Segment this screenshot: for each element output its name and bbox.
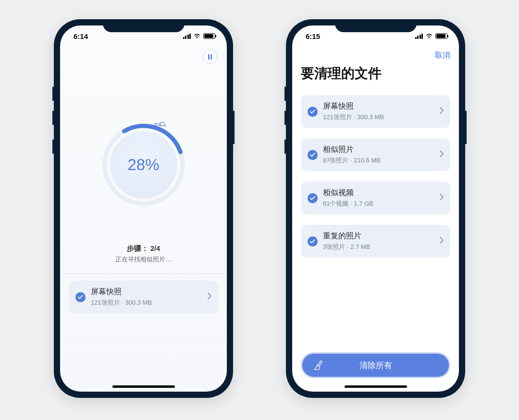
row-title: 相似照片 bbox=[323, 145, 434, 155]
row-subtitle: 3张照片 · 2.7 MB bbox=[323, 243, 434, 251]
screen-results: 6:15 取消 要清理的文件 屏幕快照 121张照片 · 300.3 bbox=[292, 25, 459, 392]
battery-icon bbox=[203, 33, 215, 39]
cellular-icon bbox=[415, 34, 423, 39]
status-icons bbox=[183, 32, 216, 40]
chevron-right-icon bbox=[440, 150, 444, 159]
wifi-icon bbox=[425, 32, 433, 40]
svg-rect-0 bbox=[208, 54, 210, 60]
home-indicator bbox=[345, 385, 407, 388]
broom-icon bbox=[155, 120, 165, 130]
steps-label: 步骤： 2/4 bbox=[127, 244, 160, 253]
chevron-right-icon bbox=[440, 194, 444, 202]
primary-button-label: 清除所有 bbox=[359, 360, 392, 371]
row-subtitle: 121张照片 · 300.3 MB bbox=[91, 298, 202, 307]
cleanup-list: 屏幕快照 121张照片 · 300.3 MB 相似照片 87张照片 · 210.… bbox=[301, 95, 450, 262]
cellular-icon bbox=[183, 34, 191, 39]
scan-progress: 28% 步骤： 2/4 正在寻找相似照片… bbox=[69, 122, 218, 264]
row-subtitle: 121张照片 · 300.3 MB bbox=[323, 113, 434, 122]
checkmark-icon bbox=[308, 193, 318, 203]
checkmark-icon bbox=[75, 292, 86, 302]
checkmark-icon bbox=[308, 107, 318, 117]
row-title: 屏幕快照 bbox=[91, 287, 202, 297]
svg-rect-1 bbox=[210, 54, 212, 60]
status-time: 6:14 bbox=[74, 32, 88, 40]
clear-all-button[interactable]: 清除所有 bbox=[301, 352, 450, 378]
chevron-right-icon bbox=[440, 237, 444, 246]
row-title: 屏幕快照 bbox=[323, 101, 434, 111]
chevron-right-icon bbox=[440, 107, 444, 116]
list-item-similar-photos[interactable]: 相似照片 87张照片 · 210.6 MB bbox=[301, 138, 450, 171]
notch bbox=[103, 19, 185, 32]
chevron-right-icon bbox=[208, 293, 211, 301]
result-row-screenshots[interactable]: 屏幕快照 121张照片 · 300.3 MB bbox=[69, 281, 218, 313]
list-item-duplicate-photos[interactable]: 重复的照片 3张照片 · 2.7 MB bbox=[301, 225, 450, 258]
broom-icon bbox=[313, 360, 323, 371]
phone-frame-left: 6:14 28% bbox=[54, 19, 233, 398]
pause-button[interactable] bbox=[203, 49, 217, 64]
list-item-similar-videos[interactable]: 相似视频 61个视频 · 1.7 GB bbox=[301, 182, 450, 214]
status-time: 6:15 bbox=[306, 32, 320, 40]
row-title: 重复的照片 bbox=[323, 231, 434, 241]
battery-icon bbox=[435, 33, 447, 39]
cancel-button[interactable]: 取消 bbox=[435, 50, 450, 61]
home-indicator bbox=[112, 385, 175, 388]
notch bbox=[335, 19, 417, 32]
phone-frame-right: 6:15 取消 要清理的文件 屏幕快照 121张照片 · 300.3 bbox=[286, 19, 465, 398]
list-item-screenshots[interactable]: 屏幕快照 121张照片 · 300.3 MB bbox=[301, 95, 450, 128]
page-title: 要清理的文件 bbox=[301, 64, 450, 83]
checkmark-icon bbox=[308, 236, 318, 247]
row-subtitle: 87张照片 · 210.6 MB bbox=[323, 156, 434, 165]
divider bbox=[60, 273, 227, 274]
screen-scanning: 6:14 28% bbox=[60, 25, 227, 392]
wifi-icon bbox=[193, 32, 201, 40]
checkmark-icon bbox=[308, 150, 318, 160]
progress-percent: 28% bbox=[110, 131, 177, 198]
row-subtitle: 61个视频 · 1.7 GB bbox=[323, 199, 434, 208]
steps-detail: 正在寻找相似照片… bbox=[115, 255, 172, 264]
row-title: 相似视频 bbox=[323, 188, 434, 198]
status-icons bbox=[415, 32, 448, 40]
